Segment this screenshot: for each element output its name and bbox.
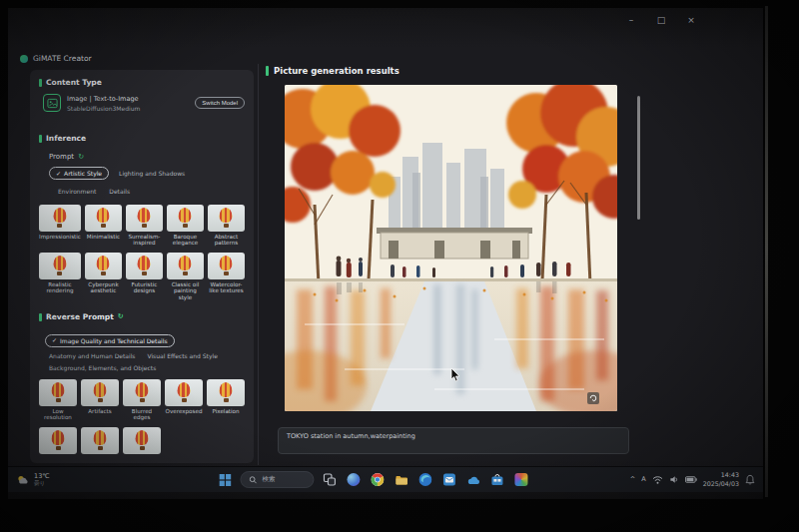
watercolor-tokyo-autumn [285, 85, 617, 411]
balloon-thumbnail [126, 253, 163, 279]
style-label: Blurred edges [123, 408, 161, 421]
reverse-style-option[interactable]: Overexposed [165, 379, 203, 421]
balloon-thumbnail [123, 379, 161, 406]
style-label: Artifacts [81, 408, 119, 414]
gimate-logo-icon [20, 55, 28, 63]
style-option[interactable]: Watercolor-like textures [208, 253, 245, 300]
prompt-tabs: ✓ Artistic Style Lighting and Shadows [49, 167, 245, 180]
windows-start-button[interactable] [216, 471, 233, 488]
edge-icon[interactable] [416, 471, 433, 488]
category-anatomy[interactable]: Anatomy and Human Details [49, 352, 135, 359]
scrollbar[interactable] [637, 96, 640, 220]
notification-bell-icon[interactable] [745, 474, 755, 485]
store-icon[interactable] [488, 471, 505, 488]
maximize-button[interactable]: □ [655, 16, 667, 25]
generated-image [285, 85, 617, 411]
photos-icon[interactable] [512, 471, 529, 488]
style-label: Baroque elegance [167, 234, 204, 247]
category-background[interactable]: Background, Elements, and Objects [49, 364, 156, 371]
reverse-style-option[interactable]: Blurred edges [123, 379, 161, 421]
ime-indicator[interactable]: A [641, 476, 645, 483]
task-view-icon[interactable] [321, 471, 338, 488]
switch-model-button[interactable]: Switch Model [195, 97, 245, 109]
balloon-thumbnail [39, 205, 81, 232]
style-label: Overexposed [165, 408, 203, 414]
date: 2025/04/03 [703, 480, 739, 488]
reverse-style-option[interactable]: Low resolution [39, 379, 77, 421]
style-option[interactable]: Impressionistic [39, 205, 81, 247]
style-option[interactable]: Futuristic designs [126, 253, 163, 300]
copilot-icon[interactable] [345, 471, 362, 488]
chrome-icon[interactable] [369, 471, 386, 488]
tab-artistic-style[interactable]: ✓ Artistic Style [49, 167, 109, 180]
reverse-categories-2: Background, Elements, and Objects [49, 364, 245, 371]
category-visual-effects[interactable]: Visual Effects and Style [147, 352, 217, 359]
balloon-thumbnail [208, 253, 245, 279]
tab-environment[interactable]: Environment [55, 186, 99, 197]
tab-details[interactable]: Details [106, 186, 133, 197]
hot-air-balloon-icon [136, 382, 149, 397]
weather-widget[interactable]: 13℃ 曇り [16, 467, 50, 492]
refresh-icon[interactable]: ↻ [78, 154, 84, 161]
hot-air-balloon-icon [136, 430, 149, 445]
style-option[interactable]: Abstract patterns [208, 205, 245, 247]
image-action-icon[interactable] [587, 392, 599, 404]
accent-bar [39, 313, 42, 321]
wifi-icon[interactable] [652, 475, 663, 484]
style-option[interactable]: Baroque elegance [167, 205, 204, 247]
style-option[interactable]: Surrealism-inspired [126, 205, 163, 247]
content-type-header: Content Type [39, 78, 245, 87]
search-box[interactable]: 検索 [240, 471, 314, 488]
style-label: Abstract patterns [208, 234, 245, 247]
content-type-title: Content Type [46, 78, 102, 87]
mail-icon[interactable] [440, 471, 457, 488]
balloon-thumbnail [85, 205, 122, 232]
balloon-thumbnail [39, 253, 81, 279]
reverse-style-option[interactable] [123, 427, 161, 454]
volume-icon[interactable] [669, 475, 679, 484]
category-image-quality[interactable]: ✓ Image Quality and Technical Details [45, 334, 175, 347]
onedrive-icon[interactable] [464, 471, 481, 488]
balloon-thumbnail [208, 205, 245, 232]
reverse-style-option[interactable] [39, 427, 77, 454]
battery-icon[interactable] [685, 476, 697, 483]
style-label: Realistic rendering [39, 281, 81, 294]
style-option[interactable]: Minimalistic [85, 205, 122, 247]
weather-temp: 13℃ [34, 473, 50, 480]
reverse-style-option[interactable]: Pixelation [207, 379, 245, 421]
model-info: Image | Text-to-Image StableDiffusion3Me… [67, 95, 189, 112]
hot-air-balloon-icon [179, 208, 192, 223]
style-label: Futuristic designs [126, 281, 163, 294]
tab-lighting-shadows[interactable]: Lighting and Shadows [116, 168, 188, 179]
style-option[interactable]: Realistic rendering [39, 253, 81, 300]
minimize-button[interactable]: – [625, 16, 637, 25]
clock[interactable]: 14:43 2025/04/03 [703, 471, 739, 487]
reverse-style-option[interactable]: Artifacts [81, 379, 119, 421]
hot-air-balloon-icon [52, 382, 65, 397]
style-label: Low resolution [39, 408, 77, 421]
taskbar-center: 検索 [216, 467, 529, 492]
reverse-style-option[interactable] [81, 427, 119, 454]
close-button[interactable]: × [685, 16, 697, 25]
style-option[interactable]: Classic oil painting style [167, 253, 204, 300]
accent-bar [266, 66, 269, 76]
balloon-thumbnail [126, 205, 163, 232]
balloon-thumbnail [39, 427, 77, 454]
weather-cloud-icon [16, 474, 30, 486]
refresh-icon[interactable]: ↻ [118, 313, 124, 320]
desktop-screen: – □ × GiMATE Creator Content Type Image … [8, 8, 763, 499]
prompt-row: Prompt ↻ [49, 153, 245, 161]
time: 14:43 [703, 471, 739, 479]
file-explorer-icon[interactable] [393, 471, 409, 488]
check-icon: ✓ [56, 171, 61, 177]
prompt-label: Prompt [49, 153, 74, 161]
hot-air-balloon-icon [53, 256, 66, 270]
hot-air-balloon-icon [138, 208, 151, 223]
chevron-up-icon[interactable]: ^ [630, 476, 635, 483]
sidebar: Content Type Image | Text-to-Image Stabl… [30, 70, 254, 463]
mode-label: Image | Text-to-Image [67, 95, 189, 103]
style-option[interactable]: Cyberpunk aesthetic [85, 253, 122, 300]
prompt-input[interactable]: TOKYO station in autumn,waterpainting [278, 427, 629, 454]
app-header: GiMATE Creator [20, 54, 92, 63]
tab-label: Artistic Style [64, 170, 102, 177]
